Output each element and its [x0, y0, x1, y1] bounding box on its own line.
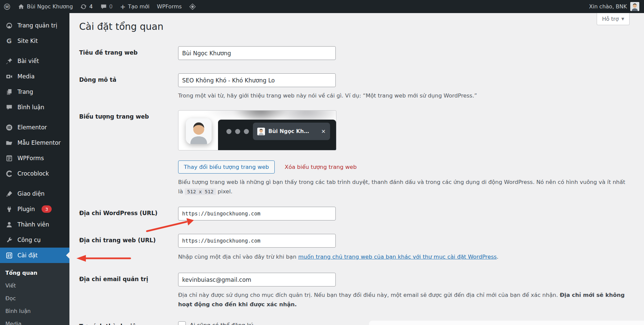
- row-site-url: Địa chỉ trang web (URL) Nhập cùng một đị…: [79, 234, 630, 262]
- sitekit-icon: G: [5, 37, 13, 45]
- help-button[interactable]: Hỗ trợ ▼: [597, 13, 630, 25]
- row-site-title: Tiêu đề trang web: [79, 46, 630, 60]
- sidebar-item-media[interactable]: Media: [0, 69, 69, 84]
- membership-checkbox[interactable]: [178, 321, 186, 325]
- sidebar-item-plugins[interactable]: Plugin 3: [0, 201, 69, 217]
- sidebar-item-label: Bài viết: [17, 58, 39, 64]
- home-icon: [18, 3, 24, 10]
- update-icon: [80, 3, 87, 10]
- admin-sidebar: Trang quản trị G Site Kit Bài viết Media…: [0, 13, 69, 325]
- sidebar-item-label: Công cụ: [17, 237, 41, 243]
- menu-separator: [0, 181, 69, 186]
- pages-icon: [5, 88, 13, 96]
- admin-email-help-text: Địa chỉ này được sử dụng cho mục đích qu…: [178, 290, 630, 309]
- site-icon-label: Biểu tượng trang web: [79, 110, 178, 196]
- sidebar-item-label: Thành viên: [17, 221, 49, 228]
- bottom-overlay-strip: [369, 321, 644, 325]
- browser-tab: Bùi Ngọc Kh… ✕: [253, 123, 330, 140]
- sidebar-item-label: Trang quản trị: [17, 22, 57, 29]
- sidebar-item-label: Giao diện: [17, 190, 45, 197]
- general-settings-form: Tiêu đề trang web Dòng mô tả Trong một v…: [79, 46, 630, 325]
- my-account-menu[interactable]: Xin chào, BNK: [584, 2, 644, 11]
- dashboard-icon: [5, 21, 13, 29]
- site-url-label: Địa chỉ trang web (URL): [79, 234, 178, 262]
- plugin-icon: [5, 205, 13, 213]
- sidebar-item-posts[interactable]: Bài viết: [0, 53, 69, 69]
- tagline-help-text: Trong một vài từ, hãy giới thiệu trang w…: [178, 91, 630, 101]
- submenu-item-general[interactable]: Tổng quan: [0, 266, 69, 279]
- sidebar-item-tools[interactable]: Công cụ: [0, 232, 69, 248]
- different-home-url-link[interactable]: muốn trang chủ trang web của bạn khác vớ…: [298, 254, 497, 260]
- sidebar-item-elementor-templates[interactable]: Mẫu Elementor: [0, 135, 69, 150]
- favicon-preview: [257, 128, 265, 135]
- wordpress-url-input[interactable]: [178, 207, 336, 220]
- admin-top-bar: W Bùi Ngọc Khương 4 0 + Tạo mới WPForms …: [0, 0, 644, 13]
- site-title-input[interactable]: [178, 46, 336, 60]
- submenu-item-media[interactable]: Media: [0, 317, 69, 325]
- sidebar-item-comments[interactable]: Bình luận: [0, 100, 69, 115]
- sidebar-item-label: Media: [17, 73, 35, 80]
- change-site-icon-button[interactable]: Thay đổi biểu tượng trang web: [178, 160, 275, 174]
- browser-traffic-dots: [226, 129, 249, 134]
- wpforms-admin-bar-menu[interactable]: WPForms: [153, 0, 185, 13]
- settings-submenu: Tổng quan Viết Đọc Bình luận Media: [0, 263, 69, 325]
- updates-menu[interactable]: 4: [76, 0, 96, 13]
- elementor-diamond-menu[interactable]: [185, 0, 200, 13]
- sidebar-item-dashboard[interactable]: Trang quản trị: [0, 18, 69, 33]
- user-icon: [5, 220, 13, 229]
- sidebar-item-sitekit[interactable]: G Site Kit: [0, 33, 69, 49]
- sidebar-item-elementor[interactable]: Elementor: [0, 120, 69, 135]
- sidebar-item-users[interactable]: Thành viên: [0, 217, 69, 232]
- remove-site-icon-link[interactable]: Xóa biểu tượng trang web: [285, 164, 357, 170]
- comments-menu[interactable]: 0: [97, 0, 116, 13]
- site-url-help-text: Nhập cùng một địa chỉ vào đây trừ khi bạ…: [178, 252, 630, 262]
- avatar: [630, 2, 639, 11]
- settings-general-page: Hỗ trợ ▼ Cài đặt tổng quan Tiêu đề trang…: [69, 13, 644, 325]
- folder-icon: [5, 139, 13, 147]
- site-url-input[interactable]: [178, 234, 336, 248]
- comment-icon: [5, 103, 13, 111]
- wordpress-logo-icon: W: [4, 3, 10, 10]
- new-content-label: Tạo mới: [128, 3, 149, 10]
- sidebar-item-label: Bình luận: [17, 104, 44, 111]
- page-title: Cài đặt tổng quan: [79, 21, 630, 32]
- sidebar-item-label: Mẫu Elementor: [17, 139, 61, 146]
- crocoblock-icon: [5, 170, 13, 178]
- svg-text:W: W: [5, 5, 9, 9]
- site-name: Bùi Ngọc Khương: [27, 3, 73, 10]
- row-tagline: Dòng mô tả Trong một vài từ, hãy giới th…: [79, 73, 630, 101]
- new-content-menu[interactable]: + Tạo mới: [116, 0, 153, 13]
- site-icon-preview-card: Bùi Ngọc Kh… ✕: [178, 110, 336, 150]
- membership-checkbox-label: Ai cũng có thể đăng ký: [190, 322, 253, 325]
- wrench-icon: [5, 236, 13, 244]
- sidebar-item-appearance[interactable]: Giao diện: [0, 186, 69, 201]
- sidebar-item-pages[interactable]: Trang: [0, 84, 69, 100]
- sidebar-item-label: Cài đặt: [17, 252, 38, 259]
- sidebar-item-label: Elementor: [17, 124, 47, 131]
- site-icon-help-text: Biểu tượng trang web là những gì bạn thấ…: [178, 178, 630, 196]
- close-icon: ✕: [321, 128, 326, 135]
- submenu-item-writing[interactable]: Viết: [0, 279, 69, 292]
- row-admin-email: Địa chỉ email quản trị Địa chỉ này được …: [79, 273, 630, 309]
- greeting-text: Xin chào, BNK: [589, 3, 627, 10]
- submenu-item-discussion[interactable]: Bình luận: [0, 305, 69, 317]
- sidebar-item-wpforms[interactable]: WPForms: [0, 150, 69, 166]
- admin-menu: Trang quản trị G Site Kit Bài viết Media…: [0, 13, 69, 325]
- visit-site-link[interactable]: Bùi Ngọc Khương: [14, 0, 76, 13]
- plus-icon: +: [120, 3, 126, 10]
- sidebar-item-crocoblock[interactable]: Crocoblock: [0, 166, 69, 181]
- row-wordpress-url: Địa chỉ WordPress (URL): [79, 207, 630, 220]
- sidebar-item-settings[interactable]: Cài đặt: [0, 248, 69, 263]
- wordpress-logo-menu[interactable]: W: [0, 0, 14, 13]
- sidebar-item-label: WPForms: [17, 155, 44, 161]
- plugin-update-badge: 3: [42, 205, 52, 213]
- tagline-input[interactable]: [178, 73, 336, 87]
- admin-email-input[interactable]: [178, 273, 336, 286]
- browser-tab-title: Bùi Ngọc Kh…: [268, 128, 309, 134]
- admin-email-label: Địa chỉ email quản trị: [79, 273, 178, 309]
- submenu-item-reading[interactable]: Đọc: [0, 292, 69, 305]
- wpforms-icon: [5, 154, 13, 162]
- membership-label: Tư cách thành viên: [79, 320, 178, 325]
- media-icon: [5, 72, 13, 80]
- menu-separator: [0, 49, 69, 53]
